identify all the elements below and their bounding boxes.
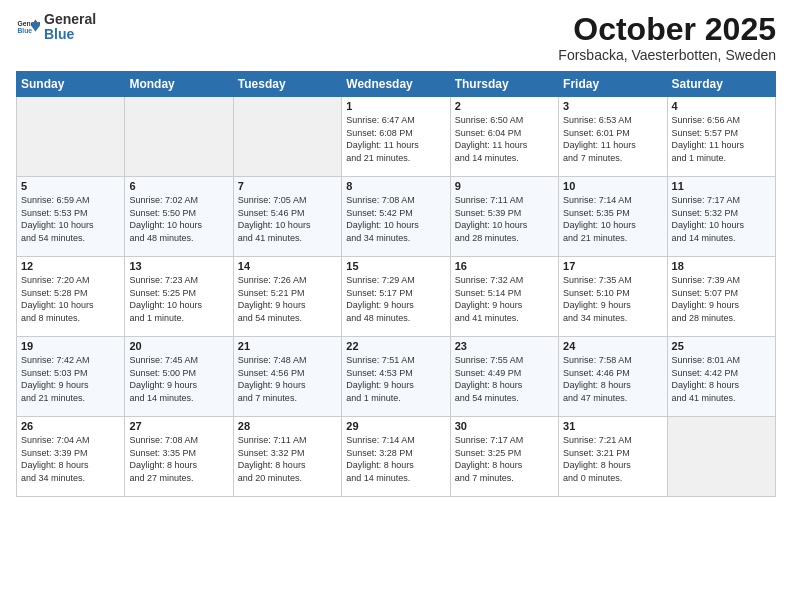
calendar-cell: 27Sunrise: 7:08 AM Sunset: 3:35 PM Dayli… (125, 417, 233, 497)
day-info: Sunrise: 7:42 AM Sunset: 5:03 PM Dayligh… (21, 354, 120, 404)
day-number: 6 (129, 180, 228, 192)
calendar-week-2: 5Sunrise: 6:59 AM Sunset: 5:53 PM Daylig… (17, 177, 776, 257)
day-number: 28 (238, 420, 337, 432)
day-number: 31 (563, 420, 662, 432)
calendar-cell: 24Sunrise: 7:58 AM Sunset: 4:46 PM Dayli… (559, 337, 667, 417)
day-info: Sunrise: 7:17 AM Sunset: 3:25 PM Dayligh… (455, 434, 554, 484)
day-number: 8 (346, 180, 445, 192)
calendar-cell: 23Sunrise: 7:55 AM Sunset: 4:49 PM Dayli… (450, 337, 558, 417)
day-info: Sunrise: 7:23 AM Sunset: 5:25 PM Dayligh… (129, 274, 228, 324)
calendar-cell: 14Sunrise: 7:26 AM Sunset: 5:21 PM Dayli… (233, 257, 341, 337)
day-info: Sunrise: 6:56 AM Sunset: 5:57 PM Dayligh… (672, 114, 771, 164)
day-info: Sunrise: 7:20 AM Sunset: 5:28 PM Dayligh… (21, 274, 120, 324)
day-number: 20 (129, 340, 228, 352)
calendar-cell: 2Sunrise: 6:50 AM Sunset: 6:04 PM Daylig… (450, 97, 558, 177)
day-info: Sunrise: 7:48 AM Sunset: 4:56 PM Dayligh… (238, 354, 337, 404)
day-number: 7 (238, 180, 337, 192)
day-number: 21 (238, 340, 337, 352)
logo-text: General Blue (44, 12, 96, 43)
calendar-week-1: 1Sunrise: 6:47 AM Sunset: 6:08 PM Daylig… (17, 97, 776, 177)
day-number: 27 (129, 420, 228, 432)
calendar-cell (125, 97, 233, 177)
title-block: October 2025 Forsbacka, Vaesterbotten, S… (558, 12, 776, 63)
calendar-cell: 6Sunrise: 7:02 AM Sunset: 5:50 PM Daylig… (125, 177, 233, 257)
calendar-week-5: 26Sunrise: 7:04 AM Sunset: 3:39 PM Dayli… (17, 417, 776, 497)
day-number: 23 (455, 340, 554, 352)
calendar-cell: 5Sunrise: 6:59 AM Sunset: 5:53 PM Daylig… (17, 177, 125, 257)
day-info: Sunrise: 7:05 AM Sunset: 5:46 PM Dayligh… (238, 194, 337, 244)
calendar-week-4: 19Sunrise: 7:42 AM Sunset: 5:03 PM Dayli… (17, 337, 776, 417)
day-number: 24 (563, 340, 662, 352)
day-info: Sunrise: 6:53 AM Sunset: 6:01 PM Dayligh… (563, 114, 662, 164)
day-number: 13 (129, 260, 228, 272)
weekday-thursday: Thursday (450, 72, 558, 97)
calendar-cell: 4Sunrise: 6:56 AM Sunset: 5:57 PM Daylig… (667, 97, 775, 177)
calendar-cell: 26Sunrise: 7:04 AM Sunset: 3:39 PM Dayli… (17, 417, 125, 497)
weekday-saturday: Saturday (667, 72, 775, 97)
day-info: Sunrise: 7:32 AM Sunset: 5:14 PM Dayligh… (455, 274, 554, 324)
day-info: Sunrise: 6:59 AM Sunset: 5:53 PM Dayligh… (21, 194, 120, 244)
day-info: Sunrise: 7:11 AM Sunset: 3:32 PM Dayligh… (238, 434, 337, 484)
day-info: Sunrise: 7:08 AM Sunset: 5:42 PM Dayligh… (346, 194, 445, 244)
day-number: 18 (672, 260, 771, 272)
day-info: Sunrise: 7:08 AM Sunset: 3:35 PM Dayligh… (129, 434, 228, 484)
calendar-cell: 30Sunrise: 7:17 AM Sunset: 3:25 PM Dayli… (450, 417, 558, 497)
day-info: Sunrise: 7:55 AM Sunset: 4:49 PM Dayligh… (455, 354, 554, 404)
weekday-wednesday: Wednesday (342, 72, 450, 97)
calendar-cell: 16Sunrise: 7:32 AM Sunset: 5:14 PM Dayli… (450, 257, 558, 337)
day-number: 12 (21, 260, 120, 272)
day-info: Sunrise: 7:02 AM Sunset: 5:50 PM Dayligh… (129, 194, 228, 244)
day-number: 9 (455, 180, 554, 192)
day-number: 22 (346, 340, 445, 352)
calendar-cell: 19Sunrise: 7:42 AM Sunset: 5:03 PM Dayli… (17, 337, 125, 417)
calendar-cell: 15Sunrise: 7:29 AM Sunset: 5:17 PM Dayli… (342, 257, 450, 337)
day-number: 15 (346, 260, 445, 272)
weekday-friday: Friday (559, 72, 667, 97)
day-info: Sunrise: 6:50 AM Sunset: 6:04 PM Dayligh… (455, 114, 554, 164)
day-info: Sunrise: 7:45 AM Sunset: 5:00 PM Dayligh… (129, 354, 228, 404)
calendar-table: SundayMondayTuesdayWednesdayThursdayFrid… (16, 71, 776, 497)
calendar-cell: 21Sunrise: 7:48 AM Sunset: 4:56 PM Dayli… (233, 337, 341, 417)
calendar-cell: 20Sunrise: 7:45 AM Sunset: 5:00 PM Dayli… (125, 337, 233, 417)
day-number: 19 (21, 340, 120, 352)
day-info: Sunrise: 7:26 AM Sunset: 5:21 PM Dayligh… (238, 274, 337, 324)
calendar-week-3: 12Sunrise: 7:20 AM Sunset: 5:28 PM Dayli… (17, 257, 776, 337)
day-info: Sunrise: 7:04 AM Sunset: 3:39 PM Dayligh… (21, 434, 120, 484)
calendar-cell: 17Sunrise: 7:35 AM Sunset: 5:10 PM Dayli… (559, 257, 667, 337)
day-info: Sunrise: 7:17 AM Sunset: 5:32 PM Dayligh… (672, 194, 771, 244)
calendar-cell (17, 97, 125, 177)
logo-general: General (44, 12, 96, 27)
calendar-cell: 7Sunrise: 7:05 AM Sunset: 5:46 PM Daylig… (233, 177, 341, 257)
calendar-cell: 9Sunrise: 7:11 AM Sunset: 5:39 PM Daylig… (450, 177, 558, 257)
day-number: 16 (455, 260, 554, 272)
calendar-cell: 10Sunrise: 7:14 AM Sunset: 5:35 PM Dayli… (559, 177, 667, 257)
day-number: 14 (238, 260, 337, 272)
calendar-cell: 13Sunrise: 7:23 AM Sunset: 5:25 PM Dayli… (125, 257, 233, 337)
day-number: 10 (563, 180, 662, 192)
day-number: 2 (455, 100, 554, 112)
header: General Blue General Blue October 2025 F… (16, 12, 776, 63)
weekday-monday: Monday (125, 72, 233, 97)
calendar-cell (233, 97, 341, 177)
calendar-cell: 28Sunrise: 7:11 AM Sunset: 3:32 PM Dayli… (233, 417, 341, 497)
day-number: 30 (455, 420, 554, 432)
day-number: 29 (346, 420, 445, 432)
day-number: 25 (672, 340, 771, 352)
calendar-cell: 11Sunrise: 7:17 AM Sunset: 5:32 PM Dayli… (667, 177, 775, 257)
day-number: 1 (346, 100, 445, 112)
calendar-cell: 29Sunrise: 7:14 AM Sunset: 3:28 PM Dayli… (342, 417, 450, 497)
page-container: General Blue General Blue October 2025 F… (0, 0, 792, 505)
weekday-sunday: Sunday (17, 72, 125, 97)
logo: General Blue General Blue (16, 12, 96, 43)
weekday-header-row: SundayMondayTuesdayWednesdayThursdayFrid… (17, 72, 776, 97)
calendar-cell: 22Sunrise: 7:51 AM Sunset: 4:53 PM Dayli… (342, 337, 450, 417)
calendar-cell (667, 417, 775, 497)
day-info: Sunrise: 7:39 AM Sunset: 5:07 PM Dayligh… (672, 274, 771, 324)
day-info: Sunrise: 7:14 AM Sunset: 5:35 PM Dayligh… (563, 194, 662, 244)
day-number: 3 (563, 100, 662, 112)
calendar-cell: 12Sunrise: 7:20 AM Sunset: 5:28 PM Dayli… (17, 257, 125, 337)
day-info: Sunrise: 7:11 AM Sunset: 5:39 PM Dayligh… (455, 194, 554, 244)
calendar-cell: 8Sunrise: 7:08 AM Sunset: 5:42 PM Daylig… (342, 177, 450, 257)
day-number: 11 (672, 180, 771, 192)
day-info: Sunrise: 7:21 AM Sunset: 3:21 PM Dayligh… (563, 434, 662, 484)
